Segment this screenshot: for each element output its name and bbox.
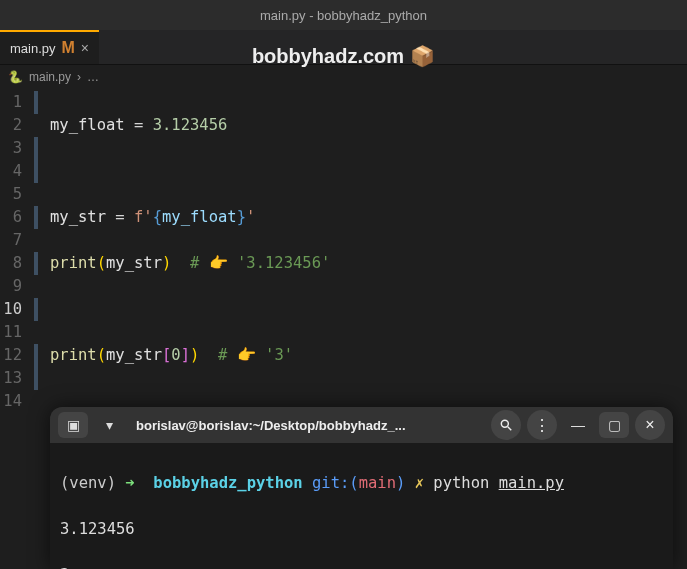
close-button[interactable]: × bbox=[635, 410, 665, 440]
terminal-output[interactable]: (venv) ➜ bobbyhadz_python git:(main) ✗ p… bbox=[50, 443, 673, 569]
terminal-line: 3 bbox=[60, 564, 663, 569]
code-line: my_str = f'{my_float}' bbox=[50, 206, 395, 229]
terminal-title: borislav@borislav:~/Desktop/bobbyhadz_..… bbox=[136, 418, 406, 433]
breadcrumb-more: … bbox=[87, 70, 99, 84]
title-bar: main.py - bobbyhadz_python bbox=[0, 0, 687, 30]
chevron-down-icon[interactable]: ▾ bbox=[94, 412, 124, 438]
minimize-button[interactable]: — bbox=[563, 412, 593, 438]
line-numbers: 123 456 789 101112 1314 bbox=[0, 91, 34, 569]
menu-icon[interactable]: ⋮ bbox=[527, 410, 557, 440]
tab-bar: main.py M × bbox=[0, 30, 687, 65]
code-line bbox=[50, 160, 395, 183]
code-line: print(my_str[0]) # 👉 '3' bbox=[50, 344, 395, 367]
breadcrumb[interactable]: 🐍 main.py › … bbox=[0, 65, 687, 89]
terminal-header: ▣ ▾ borislav@borislav:~/Desktop/bobbyhad… bbox=[50, 407, 673, 443]
terminal-panel: ▣ ▾ borislav@borislav:~/Desktop/bobbyhad… bbox=[50, 407, 673, 569]
code-line bbox=[50, 298, 395, 321]
chevron-right-icon: › bbox=[77, 70, 81, 84]
terminal-line: 3.123456 bbox=[60, 518, 663, 541]
code-line: my_float = 3.123456 bbox=[50, 114, 395, 137]
tab-filename: main.py bbox=[10, 41, 56, 56]
search-icon[interactable] bbox=[491, 410, 521, 440]
svg-point-0 bbox=[501, 420, 508, 427]
terminal-line: (venv) ➜ bobbyhadz_python git:(main) ✗ p… bbox=[60, 472, 663, 495]
python-icon: 🐍 bbox=[8, 70, 23, 84]
close-icon[interactable]: × bbox=[81, 40, 89, 56]
new-tab-button[interactable]: ▣ bbox=[58, 412, 88, 438]
maximize-button[interactable]: ▢ bbox=[599, 412, 629, 438]
code-line: print(my_str) # 👉 '3.123456' bbox=[50, 252, 395, 275]
breadcrumb-file: main.py bbox=[29, 70, 71, 84]
editor-tab-main[interactable]: main.py M × bbox=[0, 30, 99, 64]
svg-line-1 bbox=[508, 427, 512, 431]
window-title: main.py - bobbyhadz_python bbox=[260, 8, 427, 23]
modified-indicator: M bbox=[62, 39, 75, 57]
